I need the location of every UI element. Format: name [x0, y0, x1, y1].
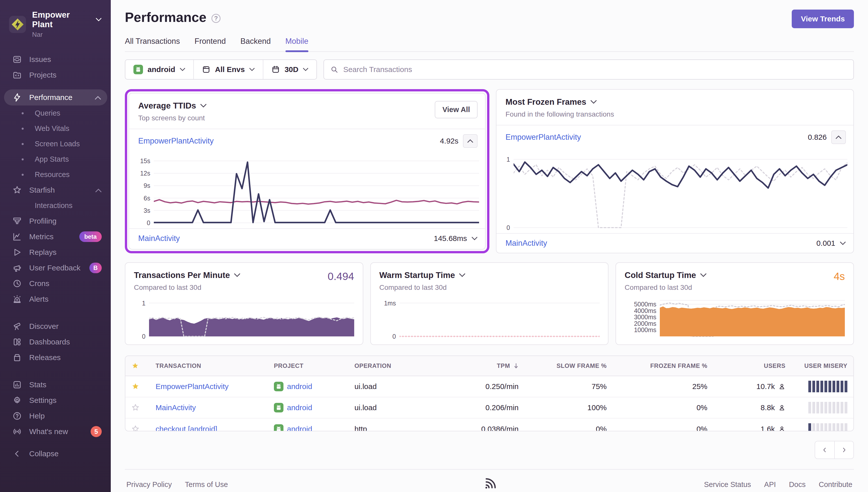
user-icon [778, 404, 786, 411]
dashboard-icon [12, 337, 22, 346]
sidebar-item-resources[interactable]: Resources [0, 167, 111, 182]
sidebar-item-help[interactable]: Help [0, 408, 111, 424]
sidebar-item-starfish[interactable]: Starfish [0, 182, 111, 198]
tpm-title-dropdown[interactable]: Transactions Per Minute [134, 270, 240, 280]
transaction-link[interactable]: checkout [android] [156, 425, 217, 431]
collapse-row-button[interactable] [831, 130, 846, 144]
view-trends-button[interactable]: View Trends [792, 9, 854, 28]
chevron-down-icon [96, 18, 102, 22]
android-icon [274, 403, 283, 413]
page-help-icon[interactable]: ? [211, 14, 221, 23]
col-tpm[interactable]: TPM [454, 362, 525, 369]
sidebar-item-interactions[interactable]: Interactions [0, 198, 111, 213]
operation-value: http [349, 425, 454, 431]
star-toggle[interactable] [131, 403, 139, 412]
sidebar-item-label: Crons [29, 279, 49, 288]
sidebar-item-performance[interactable]: Performance [4, 90, 107, 105]
col-frozen-frame[interactable]: FROZEN FRAME % [613, 362, 713, 369]
sidebar-item-replays[interactable]: Replays [0, 245, 111, 260]
terms-link[interactable]: Terms of Use [185, 481, 228, 489]
slow-frame-value: 100% [525, 403, 613, 412]
col-operation[interactable]: OPERATION [349, 362, 454, 369]
sidebar-item-releases[interactable]: Releases [0, 350, 111, 365]
sidebar-item-whats-new[interactable]: What's new 5 [0, 424, 111, 439]
sidebar-item-label: Resources [35, 170, 70, 179]
chevron-down-icon [249, 68, 255, 71]
table-row: MainActivity android ui.load 0.206/min 1… [125, 397, 853, 418]
cold-startup-title-dropdown[interactable]: Cold Startup Time [624, 270, 707, 280]
chevron-down-icon [700, 273, 707, 277]
search-input[interactable] [343, 65, 847, 74]
transaction-link[interactable]: EmpowerPlantActivity [138, 137, 214, 146]
sidebar-item-web-vitals[interactable]: Web Vitals [0, 121, 111, 136]
sidebar-item-alerts[interactable]: Alerts [0, 291, 111, 307]
tab-all-transactions[interactable]: All Transactions [125, 37, 180, 51]
sidebar-item-settings[interactable]: Settings [0, 393, 111, 408]
tab-mobile[interactable]: Mobile [285, 37, 308, 51]
project-link[interactable]: android [287, 382, 312, 391]
star-icon [131, 362, 139, 370]
date-range-filter[interactable]: 30D [263, 60, 316, 79]
project-filter[interactable]: android [125, 60, 193, 79]
filter-bar: android All Envs 30D [125, 59, 854, 79]
frozen-frame-value: 0% [613, 403, 713, 412]
notification-badge: 5 [91, 426, 102, 437]
sidebar-item-issues[interactable]: Issues [0, 52, 111, 67]
average-ttids-title-dropdown[interactable]: Average TTIDs [138, 101, 476, 110]
col-users[interactable]: USERS [713, 362, 791, 369]
transaction-link[interactable]: MainActivity [156, 403, 196, 412]
docs-link[interactable]: Docs [789, 481, 806, 489]
sidebar-item-user-feedback[interactable]: User Feedback B [0, 260, 111, 276]
sidebar-item-label: Discover [29, 322, 59, 330]
transaction-link[interactable]: MainActivity [138, 234, 180, 243]
tab-frontend[interactable]: Frontend [195, 37, 226, 51]
transaction-link[interactable]: MainActivity [506, 239, 547, 248]
sidebar-item-screen-loads[interactable]: Screen Loads [0, 136, 111, 152]
api-link[interactable]: API [764, 481, 776, 489]
sidebar-item-crons[interactable]: Crons [0, 276, 111, 291]
sidebar-item-queries[interactable]: Queries [0, 105, 111, 121]
star-toggle[interactable] [131, 425, 139, 431]
star-toggle[interactable] [131, 383, 139, 391]
warm-startup-title-dropdown[interactable]: Warm Startup Time [379, 270, 466, 280]
sidebar-item-stats[interactable]: Stats [0, 377, 111, 393]
collapse-row-button[interactable] [463, 134, 478, 148]
most-frozen-frames-title-dropdown[interactable]: Most Frozen Frames [506, 97, 844, 107]
environment-filter[interactable]: All Envs [193, 60, 263, 79]
col-slow-frame[interactable]: SLOW FRAME % [525, 362, 613, 369]
sidebar-item-collapse[interactable]: Collapse [0, 446, 111, 462]
view-all-button[interactable]: View All [435, 101, 478, 118]
transaction-link[interactable]: EmpowerPlantActivity [506, 133, 581, 142]
contribute-link[interactable]: Contribute [819, 481, 852, 489]
sidebar-item-label: Issues [29, 55, 51, 64]
org-switcher[interactable]: Empower Plant Nar [0, 10, 111, 39]
prev-page-button[interactable] [815, 441, 834, 459]
chevron-up-icon [95, 93, 101, 102]
operation-value: ui.load [349, 403, 454, 412]
tpm-value: 0.250/min [454, 382, 525, 391]
sidebar-item-metrics[interactable]: Metrics beta [0, 229, 111, 245]
sidebar-item-discover[interactable]: Discover [0, 319, 111, 334]
project-link[interactable]: android [287, 403, 312, 412]
metric-value: 4.92s [440, 137, 458, 145]
expand-row-button[interactable] [840, 242, 846, 245]
sidebar-item-projects[interactable]: Projects [0, 67, 111, 83]
user-misery-bars [808, 402, 847, 414]
profiling-icon [12, 217, 22, 226]
tab-backend[interactable]: Backend [240, 37, 271, 51]
page-header: Performance ? View Trends [125, 9, 854, 28]
service-status-link[interactable]: Service Status [704, 481, 751, 489]
sidebar-item-dashboards[interactable]: Dashboards [0, 334, 111, 350]
privacy-policy-link[interactable]: Privacy Policy [126, 481, 172, 489]
next-page-button[interactable] [834, 441, 853, 459]
issues-icon [12, 55, 22, 64]
sidebar-item-app-starts[interactable]: App Starts [0, 152, 111, 167]
project-link[interactable]: android [287, 425, 312, 431]
transaction-link[interactable]: EmpowerPlantActivity [156, 382, 229, 391]
sidebar-item-profiling[interactable]: Profiling [0, 213, 111, 229]
expand-row-button[interactable] [471, 237, 478, 241]
col-transaction[interactable]: TRANSACTION [150, 362, 268, 369]
tpm-value: 0.206/min [454, 403, 525, 412]
col-user-misery[interactable]: USER MISERY [791, 362, 853, 369]
col-project[interactable]: PROJECT [268, 362, 349, 369]
